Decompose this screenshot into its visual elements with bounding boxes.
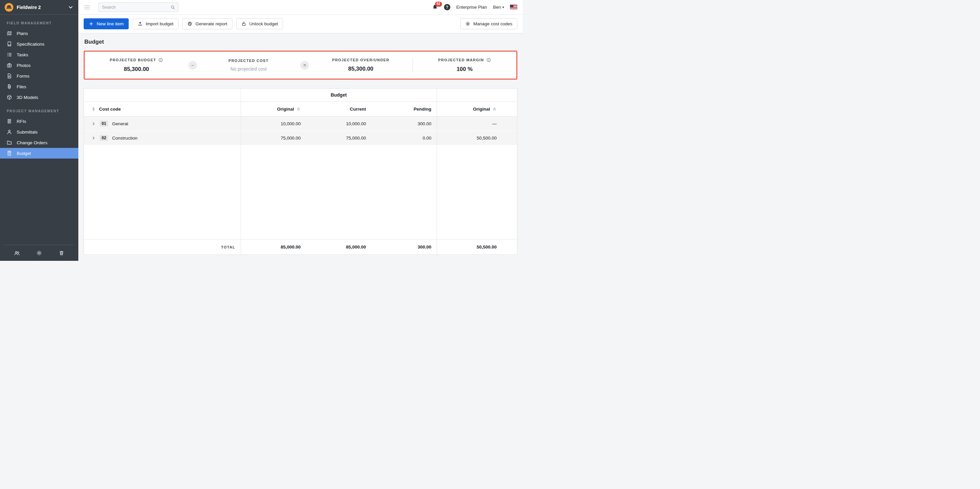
search-icon[interactable]	[170, 5, 175, 10]
column-header-pending[interactable]: Pending	[371, 106, 437, 111]
unlock-budget-button[interactable]: Unlock budget	[236, 18, 283, 29]
sidebar-item-photos[interactable]: Photos	[0, 60, 78, 71]
budget-toolbar: New line item Import budget Generate rep…	[78, 15, 523, 33]
user-menu[interactable]: Ben ▾	[493, 5, 504, 10]
sidebar: Fieldwire 2 FIELD MANAGEMENT Plans Speci…	[0, 0, 78, 261]
import-budget-button[interactable]: Import budget	[133, 18, 178, 29]
manage-cost-codes-button[interactable]: Manage cost codes	[460, 18, 517, 29]
current-cell: 10,000.00	[306, 121, 371, 126]
sidebar-item-label: Change Orders	[17, 140, 47, 145]
gear-icon	[465, 21, 470, 26]
original-2-cell: —	[437, 121, 502, 126]
chevron-down-icon: ▾	[502, 5, 504, 9]
new-line-item-button[interactable]: New line item	[84, 18, 129, 29]
files-icon	[7, 84, 12, 89]
section-label-project-management: PROJECT MANAGEMENT	[0, 103, 78, 116]
projected-margin-label: PROJECTED MARGIN	[438, 58, 484, 62]
budget-summary-card: PROJECTED BUDGET 85,300.00 − PROJECTED C…	[84, 51, 517, 79]
page-title: Budget	[84, 39, 517, 45]
sidebar-item-forms[interactable]: Forms	[0, 71, 78, 81]
hamburger-menu-icon[interactable]	[84, 4, 91, 11]
generate-report-button[interactable]: Generate report	[182, 18, 232, 29]
printer-icon	[187, 21, 192, 26]
projected-margin-value: 100 %	[457, 66, 473, 73]
sidebar-item-change-orders[interactable]: Change Orders	[0, 137, 78, 148]
topbar: 92 ? Enterprise Plan Ben ▾	[78, 0, 523, 15]
trash-icon[interactable]	[59, 250, 64, 256]
column-header-original-2[interactable]: Original	[437, 106, 502, 111]
section-label-field-management: FIELD MANAGEMENT	[0, 15, 78, 28]
info-icon[interactable]	[158, 58, 163, 62]
projected-over-under-stat: PROJECTED OVER/UNDER 85,300.00	[309, 58, 413, 72]
gear-icon[interactable]	[37, 250, 42, 256]
sidebar-item-tasks[interactable]: Tasks	[0, 49, 78, 60]
chevron-down-icon	[68, 4, 74, 10]
search-input[interactable]	[98, 2, 178, 12]
total-current: 85,000.00	[306, 244, 371, 249]
sort-icon[interactable]	[91, 107, 95, 111]
person-icon	[7, 129, 12, 135]
sidebar-item-label: Photos	[17, 63, 31, 68]
sidebar-item-plans[interactable]: Plans	[0, 28, 78, 39]
topbar-right: 92 ? Enterprise Plan Ben ▾	[432, 4, 517, 10]
table-header-row: Cost code Original Current Pending Origi…	[84, 102, 517, 117]
people-icon[interactable]	[14, 250, 20, 256]
user-name: Ben	[493, 5, 501, 10]
main-area: 92 ? Enterprise Plan Ben ▾ New line item…	[78, 0, 523, 261]
folder-icon	[7, 140, 12, 145]
table-total-row: TOTAL 85,000.00 85,000.00 300.00 50,500.…	[84, 239, 517, 254]
original-2-cell: 50,500.00	[437, 136, 502, 141]
original-cell: 10,000.00	[241, 121, 306, 126]
info-icon[interactable]	[486, 58, 491, 62]
column-header-current[interactable]: Current	[306, 106, 371, 111]
unlock-icon	[241, 21, 247, 26]
sidebar-item-3d-models[interactable]: 3D Models	[0, 92, 78, 103]
photos-icon	[7, 63, 12, 68]
forms-icon	[7, 73, 12, 79]
projected-cost-value: No projected cost	[230, 66, 267, 71]
lock-icon	[492, 107, 497, 111]
column-header-original[interactable]: Original	[241, 106, 306, 111]
table-group-header-row: Budget	[84, 89, 517, 102]
sidebar-item-label: Forms	[17, 74, 29, 79]
sidebar-item-label: Budget	[17, 151, 31, 156]
minus-operator-icon: −	[188, 61, 197, 70]
total-original-2: 50,500.00	[437, 244, 502, 249]
column-group-divider	[437, 89, 437, 254]
cost-code-badge: 01	[100, 121, 108, 127]
projected-margin-stat: PROJECTED MARGIN 100 %	[413, 58, 517, 73]
projected-budget-stat: PROJECTED BUDGET 85,300.00	[85, 58, 188, 73]
expand-chevron-icon[interactable]	[91, 122, 95, 126]
original-cell: 75,000.00	[241, 136, 306, 141]
table-row[interactable]: 01 General 10,000.00 10,000.00 300.00 —	[84, 117, 517, 131]
sidebar-item-label: Plans	[17, 31, 28, 36]
calculator-icon	[7, 151, 12, 156]
search-box	[98, 2, 178, 12]
sidebar-item-files[interactable]: Files	[0, 81, 78, 92]
sidebar-item-label: 3D Models	[17, 95, 38, 100]
rfis-icon	[7, 119, 12, 124]
sidebar-item-label: Files	[17, 84, 26, 89]
expand-chevron-icon[interactable]	[91, 136, 95, 140]
cost-code-name: General	[112, 121, 128, 126]
sidebar-item-label: Submittals	[17, 130, 38, 135]
sidebar-item-budget[interactable]: Budget	[0, 148, 78, 159]
plan-label: Enterprise Plan	[457, 5, 487, 10]
sidebar-footer	[5, 245, 74, 261]
sidebar-item-specifications[interactable]: Specifications	[0, 39, 78, 49]
upload-icon	[138, 21, 143, 26]
notifications-bell-icon[interactable]: 92	[432, 4, 438, 10]
equals-operator-icon: =	[300, 61, 309, 70]
sidebar-item-submittals[interactable]: Submittals	[0, 127, 78, 137]
language-flag-icon[interactable]	[510, 5, 517, 10]
sidebar-item-rfis[interactable]: RFIs	[0, 116, 78, 127]
table-row[interactable]: 02 Construction 75,000.00 75,000.00 0.00…	[84, 131, 517, 145]
project-switcher[interactable]: Fieldwire 2	[0, 0, 78, 15]
pending-cell: 300.00	[371, 121, 437, 126]
group-cell-budget: Budget	[241, 92, 437, 98]
current-cell: 75,000.00	[306, 136, 371, 141]
column-header-cost-code[interactable]: Cost code	[84, 106, 241, 111]
cost-code-cell: 01 General	[84, 121, 241, 127]
help-icon[interactable]: ?	[444, 4, 450, 10]
cube-icon	[7, 95, 12, 100]
